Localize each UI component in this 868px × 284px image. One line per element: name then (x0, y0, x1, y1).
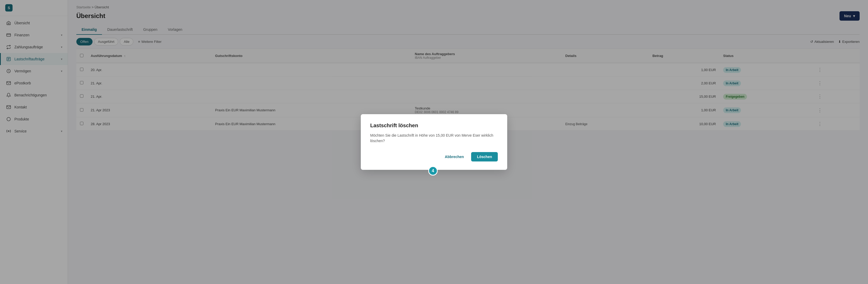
modal-actions: Abbrechen Löschen (370, 152, 498, 161)
modal-overlay[interactable]: Lastschrift löschen Möchten Sie die Last… (0, 0, 868, 284)
delete-button[interactable]: Löschen (471, 152, 498, 161)
step-badge: 4 (428, 166, 438, 176)
delete-modal: Lastschrift löschen Möchten Sie die Last… (361, 114, 507, 170)
cancel-button[interactable]: Abbrechen (440, 152, 468, 161)
modal-title: Lastschrift löschen (370, 123, 498, 129)
modal-body: Möchten Sie die Lastschrift in Höhe von … (370, 133, 498, 144)
